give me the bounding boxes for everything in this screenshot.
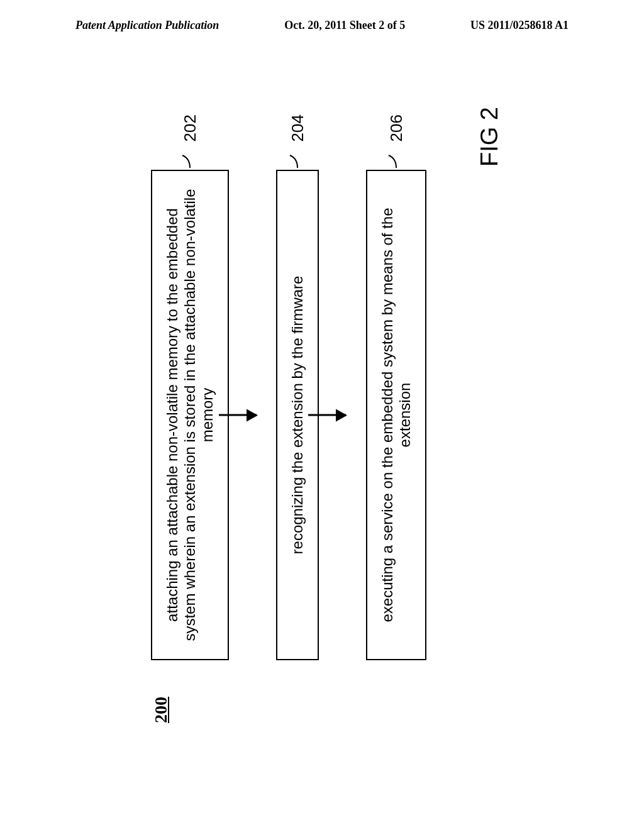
diagram-rotated-container: 200 attaching an attachable non-volatile… [13,220,641,597]
step-box-3: executing a service on the embedded syst… [366,170,426,660]
header-left: Patent Application Publication [75,19,219,32]
figure-number: 200 [151,697,171,723]
figure-label: FIG 2 [476,107,503,167]
step-text-3: executing a service on the embedded syst… [379,208,413,622]
curve-icon [288,152,307,168]
step-box-1: attaching an attachable non-volatile mem… [151,170,229,660]
header-center: Oct. 20, 2011 Sheet 2 of 5 [284,19,405,32]
step-ref-1: 202 [180,114,200,141]
diagram-inner: 200 attaching an attachable non-volatile… [138,94,516,723]
page-header: Patent Application Publication Oct. 20, … [0,19,644,32]
header-right: US 2011/0258618 A1 [470,19,569,32]
arrow-icon [308,414,346,416]
step-text-2: recognizing the extension by the firmwar… [289,276,306,555]
step-ref-2: 204 [288,114,308,141]
arrow-icon [219,414,257,416]
step-ref-3: 206 [387,114,406,141]
step-text-1: attaching an attachable non-volatile mem… [164,189,216,641]
curve-icon [180,152,199,168]
flowchart: attaching an attachable non-volatile mem… [151,170,426,660]
curve-icon [387,152,406,168]
